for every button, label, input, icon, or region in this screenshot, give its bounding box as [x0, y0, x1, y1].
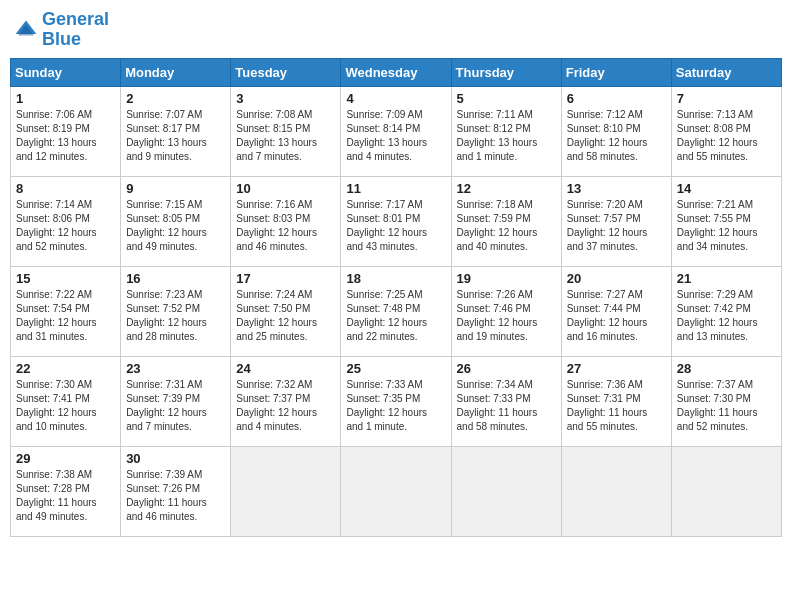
weekday-header-monday: Monday [121, 58, 231, 86]
cell-info: Sunrise: 7:09 AMSunset: 8:14 PMDaylight:… [346, 108, 445, 164]
day-number: 7 [677, 91, 776, 106]
calendar-cell: 2 Sunrise: 7:07 AMSunset: 8:17 PMDayligh… [121, 86, 231, 176]
calendar-cell: 15 Sunrise: 7:22 AMSunset: 7:54 PMDaylig… [11, 266, 121, 356]
day-number: 19 [457, 271, 556, 286]
calendar-cell [231, 446, 341, 536]
cell-info: Sunrise: 7:29 AMSunset: 7:42 PMDaylight:… [677, 288, 776, 344]
cell-info: Sunrise: 7:25 AMSunset: 7:48 PMDaylight:… [346, 288, 445, 344]
cell-info: Sunrise: 7:30 AMSunset: 7:41 PMDaylight:… [16, 378, 115, 434]
cell-info: Sunrise: 7:17 AMSunset: 8:01 PMDaylight:… [346, 198, 445, 254]
day-number: 3 [236, 91, 335, 106]
calendar-table: SundayMondayTuesdayWednesdayThursdayFrid… [10, 58, 782, 537]
day-number: 26 [457, 361, 556, 376]
cell-info: Sunrise: 7:26 AMSunset: 7:46 PMDaylight:… [457, 288, 556, 344]
logo-text: General Blue [42, 10, 109, 50]
day-number: 14 [677, 181, 776, 196]
weekday-header-tuesday: Tuesday [231, 58, 341, 86]
calendar-cell: 29 Sunrise: 7:38 AMSunset: 7:28 PMDaylig… [11, 446, 121, 536]
weekday-header-wednesday: Wednesday [341, 58, 451, 86]
cell-info: Sunrise: 7:27 AMSunset: 7:44 PMDaylight:… [567, 288, 666, 344]
cell-info: Sunrise: 7:07 AMSunset: 8:17 PMDaylight:… [126, 108, 225, 164]
calendar-cell [341, 446, 451, 536]
cell-info: Sunrise: 7:06 AMSunset: 8:19 PMDaylight:… [16, 108, 115, 164]
calendar-cell: 4 Sunrise: 7:09 AMSunset: 8:14 PMDayligh… [341, 86, 451, 176]
calendar-cell [561, 446, 671, 536]
cell-info: Sunrise: 7:16 AMSunset: 8:03 PMDaylight:… [236, 198, 335, 254]
calendar-cell: 24 Sunrise: 7:32 AMSunset: 7:37 PMDaylig… [231, 356, 341, 446]
day-number: 28 [677, 361, 776, 376]
day-number: 16 [126, 271, 225, 286]
weekday-header-thursday: Thursday [451, 58, 561, 86]
calendar-cell: 30 Sunrise: 7:39 AMSunset: 7:26 PMDaylig… [121, 446, 231, 536]
calendar-cell: 3 Sunrise: 7:08 AMSunset: 8:15 PMDayligh… [231, 86, 341, 176]
calendar-cell: 5 Sunrise: 7:11 AMSunset: 8:12 PMDayligh… [451, 86, 561, 176]
cell-info: Sunrise: 7:14 AMSunset: 8:06 PMDaylight:… [16, 198, 115, 254]
weekday-header-sunday: Sunday [11, 58, 121, 86]
cell-info: Sunrise: 7:22 AMSunset: 7:54 PMDaylight:… [16, 288, 115, 344]
logo: General Blue [14, 10, 109, 50]
day-number: 30 [126, 451, 225, 466]
cell-info: Sunrise: 7:18 AMSunset: 7:59 PMDaylight:… [457, 198, 556, 254]
calendar-cell: 16 Sunrise: 7:23 AMSunset: 7:52 PMDaylig… [121, 266, 231, 356]
day-number: 15 [16, 271, 115, 286]
calendar-cell: 19 Sunrise: 7:26 AMSunset: 7:46 PMDaylig… [451, 266, 561, 356]
day-number: 8 [16, 181, 115, 196]
cell-info: Sunrise: 7:31 AMSunset: 7:39 PMDaylight:… [126, 378, 225, 434]
day-number: 20 [567, 271, 666, 286]
day-number: 29 [16, 451, 115, 466]
day-number: 1 [16, 91, 115, 106]
calendar-cell: 22 Sunrise: 7:30 AMSunset: 7:41 PMDaylig… [11, 356, 121, 446]
day-number: 2 [126, 91, 225, 106]
calendar-cell [671, 446, 781, 536]
day-number: 21 [677, 271, 776, 286]
cell-info: Sunrise: 7:13 AMSunset: 8:08 PMDaylight:… [677, 108, 776, 164]
calendar-cell: 20 Sunrise: 7:27 AMSunset: 7:44 PMDaylig… [561, 266, 671, 356]
page-header: General Blue [10, 10, 782, 50]
day-number: 22 [16, 361, 115, 376]
day-number: 17 [236, 271, 335, 286]
calendar-cell: 13 Sunrise: 7:20 AMSunset: 7:57 PMDaylig… [561, 176, 671, 266]
day-number: 4 [346, 91, 445, 106]
calendar-cell: 26 Sunrise: 7:34 AMSunset: 7:33 PMDaylig… [451, 356, 561, 446]
cell-info: Sunrise: 7:23 AMSunset: 7:52 PMDaylight:… [126, 288, 225, 344]
calendar-cell: 28 Sunrise: 7:37 AMSunset: 7:30 PMDaylig… [671, 356, 781, 446]
calendar-cell: 14 Sunrise: 7:21 AMSunset: 7:55 PMDaylig… [671, 176, 781, 266]
cell-info: Sunrise: 7:08 AMSunset: 8:15 PMDaylight:… [236, 108, 335, 164]
calendar-header-row: SundayMondayTuesdayWednesdayThursdayFrid… [11, 58, 782, 86]
day-number: 6 [567, 91, 666, 106]
cell-info: Sunrise: 7:20 AMSunset: 7:57 PMDaylight:… [567, 198, 666, 254]
day-number: 27 [567, 361, 666, 376]
calendar-cell [451, 446, 561, 536]
cell-info: Sunrise: 7:12 AMSunset: 8:10 PMDaylight:… [567, 108, 666, 164]
weekday-header-friday: Friday [561, 58, 671, 86]
calendar-cell: 1 Sunrise: 7:06 AMSunset: 8:19 PMDayligh… [11, 86, 121, 176]
cell-info: Sunrise: 7:38 AMSunset: 7:28 PMDaylight:… [16, 468, 115, 524]
day-number: 10 [236, 181, 335, 196]
calendar-week-5: 29 Sunrise: 7:38 AMSunset: 7:28 PMDaylig… [11, 446, 782, 536]
day-number: 24 [236, 361, 335, 376]
cell-info: Sunrise: 7:34 AMSunset: 7:33 PMDaylight:… [457, 378, 556, 434]
logo-icon [14, 18, 38, 42]
cell-info: Sunrise: 7:32 AMSunset: 7:37 PMDaylight:… [236, 378, 335, 434]
cell-info: Sunrise: 7:15 AMSunset: 8:05 PMDaylight:… [126, 198, 225, 254]
calendar-cell: 25 Sunrise: 7:33 AMSunset: 7:35 PMDaylig… [341, 356, 451, 446]
day-number: 18 [346, 271, 445, 286]
calendar-cell: 12 Sunrise: 7:18 AMSunset: 7:59 PMDaylig… [451, 176, 561, 266]
calendar-cell: 9 Sunrise: 7:15 AMSunset: 8:05 PMDayligh… [121, 176, 231, 266]
calendar-cell: 11 Sunrise: 7:17 AMSunset: 8:01 PMDaylig… [341, 176, 451, 266]
cell-info: Sunrise: 7:39 AMSunset: 7:26 PMDaylight:… [126, 468, 225, 524]
cell-info: Sunrise: 7:33 AMSunset: 7:35 PMDaylight:… [346, 378, 445, 434]
calendar-cell: 6 Sunrise: 7:12 AMSunset: 8:10 PMDayligh… [561, 86, 671, 176]
cell-info: Sunrise: 7:36 AMSunset: 7:31 PMDaylight:… [567, 378, 666, 434]
day-number: 23 [126, 361, 225, 376]
calendar-cell: 8 Sunrise: 7:14 AMSunset: 8:06 PMDayligh… [11, 176, 121, 266]
calendar-cell: 23 Sunrise: 7:31 AMSunset: 7:39 PMDaylig… [121, 356, 231, 446]
day-number: 9 [126, 181, 225, 196]
calendar-cell: 10 Sunrise: 7:16 AMSunset: 8:03 PMDaylig… [231, 176, 341, 266]
calendar-week-4: 22 Sunrise: 7:30 AMSunset: 7:41 PMDaylig… [11, 356, 782, 446]
calendar-cell: 7 Sunrise: 7:13 AMSunset: 8:08 PMDayligh… [671, 86, 781, 176]
cell-info: Sunrise: 7:37 AMSunset: 7:30 PMDaylight:… [677, 378, 776, 434]
calendar-cell: 18 Sunrise: 7:25 AMSunset: 7:48 PMDaylig… [341, 266, 451, 356]
cell-info: Sunrise: 7:11 AMSunset: 8:12 PMDaylight:… [457, 108, 556, 164]
calendar-week-2: 8 Sunrise: 7:14 AMSunset: 8:06 PMDayligh… [11, 176, 782, 266]
